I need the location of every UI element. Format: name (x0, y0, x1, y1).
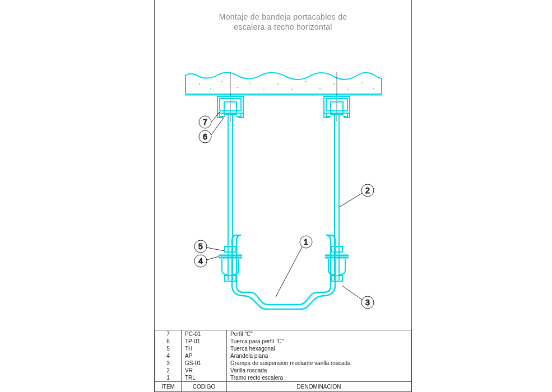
drawing-title: Montaje de bandeja portacables de escale… (155, 12, 411, 32)
table-row: 4 AP Arandela plana (155, 352, 411, 360)
svg-line-43 (207, 256, 219, 260)
svg-point-3 (210, 88, 211, 89)
svg-rect-33 (331, 276, 342, 281)
svg-line-45 (276, 247, 302, 297)
svg-point-9 (291, 89, 293, 90)
svg-rect-29 (225, 276, 236, 281)
cell-code: VR (182, 367, 227, 374)
svg-point-8 (277, 83, 279, 85)
balloon-4-label: 4 (198, 256, 203, 265)
svg-point-4 (221, 81, 222, 82)
cell-item: 4 (155, 352, 182, 360)
balloon-7-label: 7 (203, 118, 207, 127)
fastener-right-icon (325, 246, 349, 281)
header-desc: DENOMINACION (227, 382, 411, 392)
header-item: ITEM (155, 382, 182, 392)
svg-point-6 (249, 82, 251, 83)
cell-desc: Perfil "C" (227, 330, 411, 338)
svg-line-37 (211, 115, 225, 135)
cell-item: 1 (155, 374, 182, 382)
fastener-left-icon (219, 246, 242, 281)
table-row: 3 GS-01 Grampa de suspension mediante va… (155, 360, 411, 367)
cell-desc: Tuerca para perfil "C" (227, 338, 411, 345)
table-row: 6 TP-01 Tuerca para perfil "C" (155, 338, 411, 345)
balloon-6-label: 6 (203, 132, 207, 141)
table-row: 1 TRL Tramo recto escalera (155, 374, 411, 382)
cell-code: TP-01 (182, 338, 227, 345)
cell-code: AP (182, 352, 227, 360)
cell-desc: Tuerca hexagonal (227, 345, 411, 352)
cell-item: 5 (155, 345, 182, 352)
cell-item: 3 (155, 360, 182, 367)
cell-code: GS-01 (182, 360, 227, 367)
cell-desc: Arandela plana (227, 352, 411, 360)
balloon-1-label: 1 (304, 237, 308, 246)
balloons: 7 6 2 5 4 1 (194, 112, 374, 309)
svg-point-15 (373, 88, 374, 89)
drawing-sheet: Montaje de bandeja portacables de escale… (154, 0, 412, 392)
ceiling-slab-icon (185, 72, 382, 95)
svg-rect-30 (331, 246, 342, 252)
header-code: CODIGO (182, 382, 227, 392)
svg-point-2 (199, 83, 200, 85)
cell-desc: Grampa de suspension mediante varilla ro… (227, 360, 411, 367)
balloon-2-label: 2 (365, 186, 370, 195)
cell-item: 7 (155, 330, 182, 338)
table-row: 2 VR Varilla roscada (155, 367, 411, 374)
svg-point-13 (347, 89, 349, 90)
title-line-1: Montaje de bandeja portacables de (155, 12, 411, 22)
cell-desc: Tramo recto escalera (227, 374, 411, 382)
technical-drawing: 7 6 2 5 4 1 (166, 62, 401, 325)
svg-point-10 (305, 81, 307, 82)
svg-line-41 (207, 248, 224, 251)
svg-rect-26 (225, 246, 236, 252)
parts-table: 7 PC-01 Perfil "C" 6 TP-01 Tuerca para p… (155, 330, 411, 392)
drawing-svg: 7 6 2 5 4 1 (166, 62, 401, 325)
balloon-3-label: 3 (365, 298, 370, 307)
balloon-5-label: 5 (198, 242, 203, 251)
svg-point-5 (237, 87, 238, 88)
table-row: 5 TH Tuerca hexagonal (155, 345, 411, 352)
cell-code: PC-01 (182, 330, 227, 338)
cell-item: 6 (155, 338, 182, 345)
cable-tray-icon (232, 235, 335, 309)
svg-line-39 (339, 193, 362, 207)
title-line-2: escalera a techo horizontal (155, 22, 411, 32)
svg-point-11 (319, 88, 321, 89)
table-row: 7 PC-01 Perfil "C" (155, 330, 411, 338)
cell-code: TH (182, 345, 227, 352)
cell-item: 2 (155, 367, 182, 374)
svg-point-7 (263, 89, 265, 90)
cell-desc: Varilla roscada (227, 367, 411, 374)
table-header-row: ITEM CODIGO DENOMINACION (155, 382, 411, 392)
svg-point-12 (333, 83, 335, 85)
svg-point-14 (361, 82, 363, 83)
cell-code: TRL (182, 374, 227, 382)
svg-line-47 (342, 286, 362, 300)
